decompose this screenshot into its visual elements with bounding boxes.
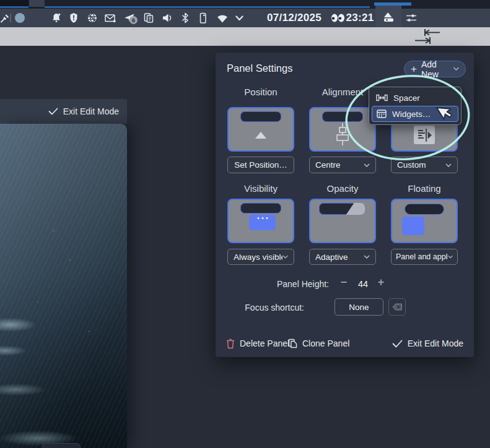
top-panel: 6 07/12/2025 23:21 [0,9,490,27]
plus-icon: + [411,64,417,74]
add-new-menu: Spacer Widgets… [369,87,462,125]
chevron-down-icon [364,255,370,259]
preview-panel-bar [240,111,281,122]
arrow-to-left-bar-icon[interactable] [422,28,442,37]
alignment-label: Alignment [309,87,376,97]
clipboard-icon[interactable] [142,9,155,27]
page-title: Panel Settings [227,62,292,74]
length-custom-icon [414,126,435,144]
chevron-down-icon [445,163,452,167]
menu-item-widgets[interactable]: Widgets… [372,106,458,122]
position-label: Position [227,87,294,97]
clear-shortcut-button[interactable] [388,298,406,316]
visibility-preview-tile[interactable] [227,199,294,243]
wallpaper [0,124,127,448]
length-dropdown[interactable]: Custom [391,157,458,173]
panel-height-label: Panel Height: [216,279,329,289]
screen2-edit-bar: Exit Edit Mode [0,99,127,124]
add-new-label: Add New [421,59,449,79]
shield-icon[interactable] [68,9,79,27]
opacity-preview-tile[interactable] [309,199,376,243]
chevron-down-icon [448,255,453,259]
opacity-dropdown[interactable]: Adaptive [309,249,376,265]
menu-item-spacer[interactable]: Spacer [372,90,458,106]
clone-icon [288,338,297,349]
desktop-screen: 6 07/12/2025 23:21 [0,0,490,448]
color-picker-icon[interactable] [0,9,9,27]
spacer-icon [376,94,388,101]
floating-label: Floating [391,183,458,194]
window-dots-icon [257,217,268,219]
opacity-label: Opacity [309,183,376,194]
shortcut-button[interactable]: None [335,298,383,316]
opacity-wedge [336,203,365,215]
chevron-down-icon [364,163,370,167]
window-tab [29,0,45,7]
visibility-value: Always visible [234,252,282,262]
chevron-down-icon [282,255,288,259]
panel-separator [10,14,11,22]
sliders-icon[interactable] [404,9,419,27]
add-new-button[interactable]: + Add New [404,61,466,77]
alignment-value: Centre [315,160,341,170]
telegram-badge: 6 [129,16,138,24]
active-window-indicator [45,6,370,8]
height-decrease-button[interactable]: − [337,275,351,289]
preview-panel-bar [240,203,281,213]
focus-shortcut-label: Focus shortcut: [216,303,304,312]
backspace-icon [392,303,403,311]
window-peek-strip [0,0,490,9]
exit-edit-mode-label: Exit Edit Mode [408,338,463,348]
floating-preview-tile[interactable] [391,199,458,243]
set-position-button[interactable]: Set Position… [227,157,294,173]
panel-config-icon[interactable] [375,6,401,27]
phone-icon[interactable] [198,9,208,27]
visibility-dropdown[interactable]: Always visible [227,249,294,265]
floating-dropdown[interactable]: Panel and applets [391,249,458,265]
trash-icon [226,338,235,349]
triangle-up-icon [255,132,266,139]
launcher-circle-icon[interactable] [15,13,25,23]
preview-floating-bar [405,204,444,215]
clone-panel-button[interactable]: Clone Panel [288,335,349,351]
volume-icon[interactable] [161,9,173,27]
alignment-dropdown[interactable]: Centre [309,157,376,173]
clock-date[interactable]: 07/12/2025 [259,9,330,27]
widgets-label: Widgets… [392,110,431,119]
globe-icon[interactable] [86,9,98,27]
height-increase-button[interactable]: + [374,275,388,289]
eyes-icon[interactable] [330,9,346,27]
arrow-to-right-bar-icon[interactable] [413,37,432,45]
opacity-value: Adaptive [315,252,348,262]
chevron-down-icon [453,67,459,71]
alignment-preview-tile[interactable] [309,107,376,152]
wifi-icon[interactable] [216,9,229,27]
position-preview-tile[interactable] [227,107,294,152]
clock-time[interactable]: 23:21 [346,9,374,27]
bell-icon[interactable] [50,9,62,27]
mail-icon[interactable] [104,9,116,27]
delete-panel-button[interactable]: Delete Panel [226,335,289,351]
chevron-down-icon[interactable] [234,9,245,27]
clone-panel-label: Clone Panel [302,338,349,348]
bluetooth-icon[interactable] [180,9,190,27]
preview-panel-bar [322,111,363,122]
panel-edit-strip [0,27,490,46]
align-center-icon [335,123,351,145]
date-text: 07/12/2025 [267,12,322,24]
set-position-label: Set Position… [234,160,287,170]
preview-panel-bar [319,203,365,215]
visibility-label: Visibility [227,183,294,194]
exit-edit-mode-button[interactable]: Exit Edit Mode [392,335,463,351]
shortcut-value: None [349,303,369,312]
delete-panel-label: Delete Panel [240,338,289,348]
panel-edge-stub [42,443,81,448]
spacer-label: Spacer [393,93,420,103]
preview-window [249,215,276,230]
preview-window [402,217,424,235]
check-icon [48,108,58,115]
screen2-exit-edit-mode[interactable]: Exit Edit Mode [63,106,119,116]
check-icon [392,340,403,348]
time-text: 23:21 [346,12,374,24]
active-window-indicator [0,6,28,8]
